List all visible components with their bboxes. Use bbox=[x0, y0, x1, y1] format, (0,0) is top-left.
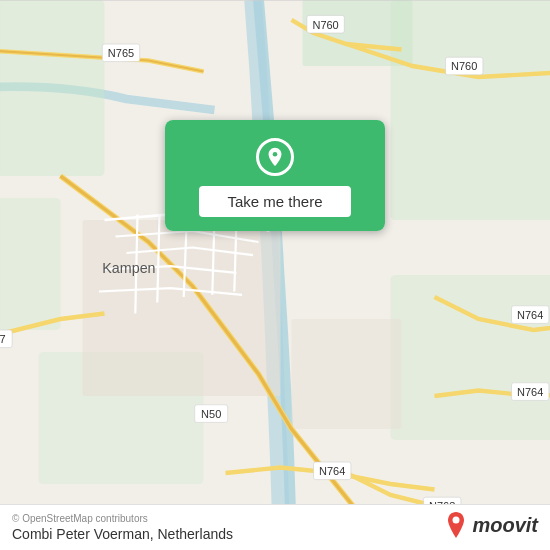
svg-rect-3 bbox=[391, 275, 551, 440]
svg-text:N764: N764 bbox=[319, 465, 345, 477]
svg-rect-0 bbox=[0, 0, 105, 176]
moovit-pin-icon bbox=[444, 510, 468, 540]
moovit-text: moovit bbox=[472, 514, 538, 537]
svg-text:Kampen: Kampen bbox=[102, 260, 155, 276]
svg-point-36 bbox=[453, 517, 460, 524]
svg-text:N764: N764 bbox=[517, 386, 543, 398]
svg-rect-4 bbox=[0, 198, 61, 330]
bottom-bar: © OpenStreetMap contributors Combi Peter… bbox=[0, 504, 550, 550]
popup-card: Take me there bbox=[165, 120, 385, 231]
moovit-logo: moovit bbox=[444, 510, 538, 540]
take-me-there-button[interactable]: Take me there bbox=[199, 186, 350, 217]
location-pin-icon bbox=[256, 138, 294, 176]
svg-point-35 bbox=[273, 152, 278, 157]
svg-text:4307: 4307 bbox=[0, 333, 6, 345]
map-container: N765 N760 N760 N764 N764 N764 N763 N50 N… bbox=[0, 0, 550, 550]
svg-rect-6 bbox=[83, 220, 281, 396]
svg-text:N760: N760 bbox=[312, 19, 338, 31]
svg-rect-7 bbox=[292, 319, 402, 429]
svg-text:N765: N765 bbox=[108, 47, 134, 59]
popup-green-area: Take me there bbox=[165, 120, 385, 231]
svg-text:N764: N764 bbox=[517, 309, 543, 321]
svg-text:N50: N50 bbox=[201, 408, 221, 420]
svg-rect-1 bbox=[391, 0, 551, 220]
svg-text:N760: N760 bbox=[451, 60, 477, 72]
map-svg: N765 N760 N760 N764 N764 N764 N763 N50 N… bbox=[0, 0, 550, 550]
